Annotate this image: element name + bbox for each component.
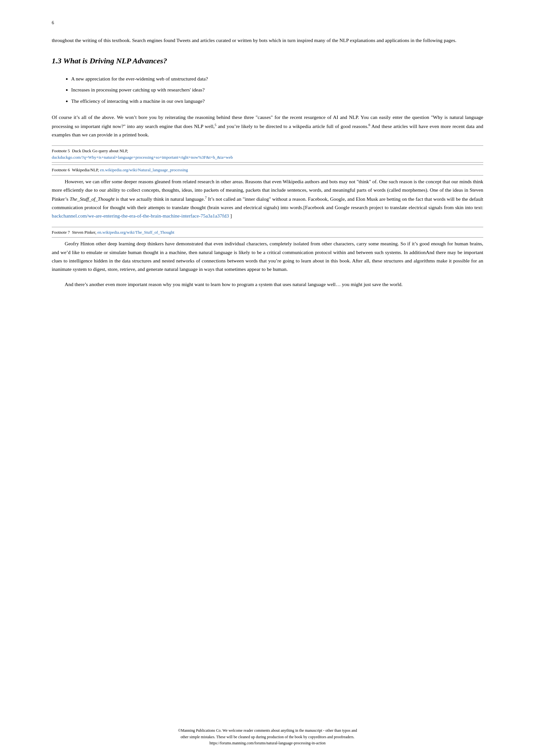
body-paragraph-4: And there’s another even more important … — [52, 280, 483, 289]
footnote-5-link[interactable]: duckduckgo.com/?q=Why+is+natural+languag… — [52, 155, 233, 160]
footnote-6-block: Footnote 6 Wikipedia/NLP, en.wikipedia.o… — [52, 165, 483, 176]
footnote-5-block: Footnote 5 Duck Duck Go query about NLP,… — [52, 146, 483, 163]
footnote-7: Footnote 7 Steven Pinker, en.wikipedia.o… — [52, 227, 483, 238]
footnote-5: Footnote 5 Duck Duck Go query about NLP,… — [52, 146, 483, 163]
list-item: The efficiency of interacting with a mac… — [71, 97, 483, 105]
footer: ©Manning Publications Co. We welcome rea… — [52, 728, 483, 746]
list-item: A new appreciation for the ever-widening… — [71, 75, 483, 83]
footnote-6: Footnote 6 Wikipedia/NLP, en.wikipedia.o… — [52, 165, 483, 176]
body-paragraph-2: However, we can offer some deeper reason… — [52, 177, 483, 220]
footnote-6-link[interactable]: en.wikipedia.org/wiki/Natural_language_p… — [100, 167, 188, 172]
footnote-7-link[interactable]: en.wikipedia.org/wiki/The_Stuff_of_Thoug… — [98, 230, 174, 235]
footnote-7-block: Footnote 7 Steven Pinker, en.wikipedia.o… — [52, 227, 483, 238]
book-title: The_Stuff_of_Thought — [70, 196, 115, 202]
body-paragraph-1: Of course it’s all of the above. We won’… — [52, 113, 483, 139]
section-heading: 1.3 What is Driving NLP Advances? — [52, 55, 483, 67]
bullet-list: A new appreciation for the ever-widening… — [71, 75, 483, 105]
footnote-ref-7: 7 — [205, 196, 207, 200]
list-item: Increases in processing power catching u… — [71, 86, 483, 94]
backchannel-link[interactable]: backchannel.com/we-are-entering-the-era-… — [52, 213, 229, 219]
page: 6 throughout the writing of this textboo… — [0, 0, 535, 756]
intro-paragraph: throughout the writing of this textbook.… — [52, 36, 483, 44]
body-paragraph-3: Geofry Hinton other deep learning deep t… — [52, 239, 483, 273]
page-number: 6 — [52, 19, 483, 26]
